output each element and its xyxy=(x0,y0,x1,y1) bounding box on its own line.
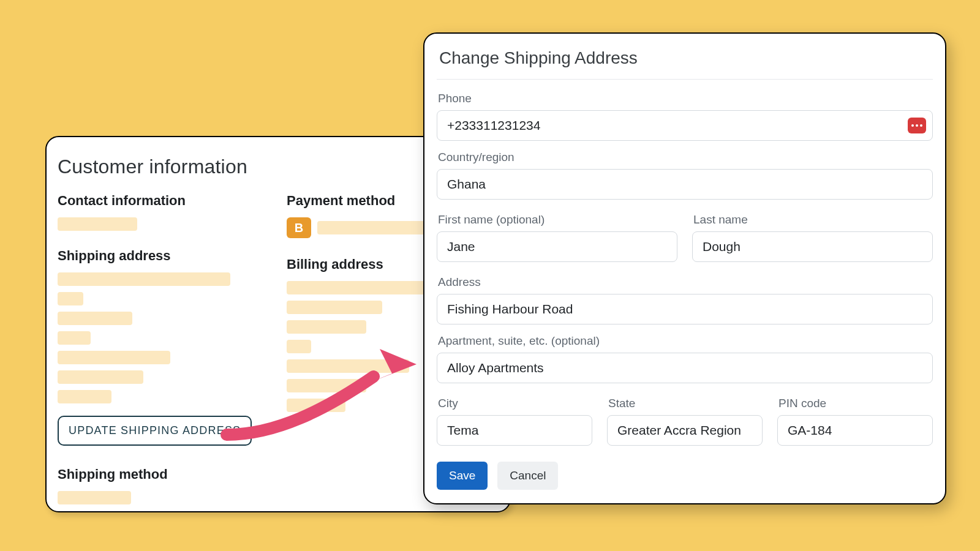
country-input[interactable] xyxy=(447,170,922,199)
update-shipping-address-button[interactable]: UPDATE SHIPPING ADDRESS xyxy=(58,416,252,446)
redacted-line xyxy=(287,399,345,412)
country-label: Country/region xyxy=(438,151,933,164)
redacted-line xyxy=(58,217,137,231)
first-name-label: First name (optional) xyxy=(438,213,677,227)
redacted-line xyxy=(58,370,143,384)
redacted-line xyxy=(58,272,230,286)
contact-information-heading: Contact information xyxy=(58,193,263,209)
redacted-line xyxy=(287,379,366,392)
redacted-line xyxy=(287,301,382,314)
redacted-line xyxy=(58,390,111,403)
left-column: Contact information Shipping address UPD… xyxy=(58,193,263,511)
redacted-line xyxy=(287,340,311,353)
modal-title: Change Shipping Address xyxy=(437,45,933,80)
redacted-line xyxy=(58,331,91,345)
last-name-input[interactable] xyxy=(703,232,922,261)
change-shipping-address-modal: Change Shipping Address Phone Country/re… xyxy=(423,32,946,504)
redacted-line xyxy=(58,312,132,325)
save-button[interactable]: Save xyxy=(437,462,488,490)
redacted-line xyxy=(58,491,131,504)
phone-action-icon[interactable] xyxy=(908,118,926,133)
address-label: Address xyxy=(438,276,933,289)
cancel-button[interactable]: Cancel xyxy=(497,462,558,490)
redacted-line xyxy=(58,351,170,364)
shipping-address-heading: Shipping address xyxy=(58,248,263,264)
pin-label: PIN code xyxy=(778,397,933,410)
phone-label: Phone xyxy=(438,92,933,105)
address-input[interactable] xyxy=(447,294,922,324)
redacted-line xyxy=(287,359,409,373)
city-input[interactable] xyxy=(447,416,582,445)
apartment-input[interactable] xyxy=(447,353,922,383)
apartment-label: Apartment, suite, etc. (optional) xyxy=(438,334,933,348)
phone-input[interactable] xyxy=(447,111,922,140)
payment-badge-icon: B xyxy=(287,217,311,238)
redacted-line xyxy=(287,320,366,334)
last-name-label: Last name xyxy=(693,213,933,227)
state-input[interactable] xyxy=(617,416,752,445)
shipping-method-heading: Shipping method xyxy=(58,467,263,482)
city-label: City xyxy=(438,397,592,410)
first-name-input[interactable] xyxy=(447,232,667,261)
redacted-line xyxy=(58,292,83,305)
pin-input[interactable] xyxy=(788,416,922,445)
state-label: State xyxy=(608,397,763,410)
